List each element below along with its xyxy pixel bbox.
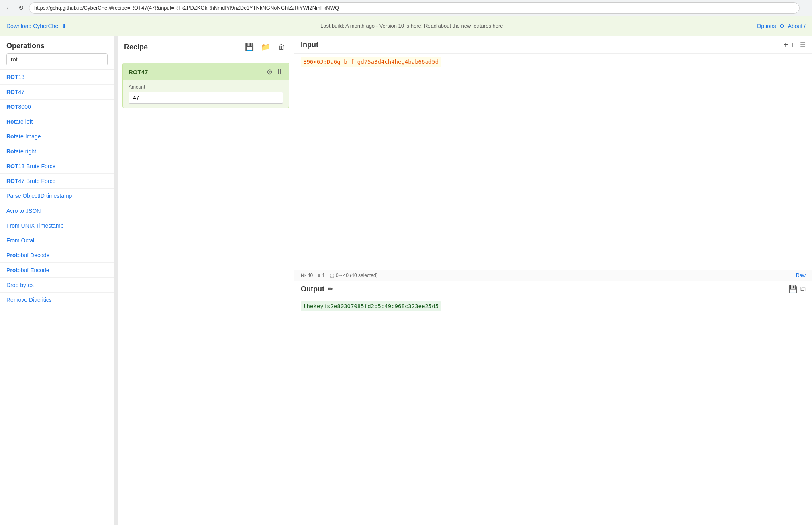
browser-menu: ⋯ — [803, 5, 808, 11]
sidebar-item-rotate-image[interactable]: Rotate Image — [0, 129, 114, 144]
input-toolbar: + ⊡ ☰ — [783, 40, 806, 49]
sidebar-item-drop-bytes[interactable]: Drop bytes — [0, 278, 114, 293]
recipe-card-actions: ⊘ ⏸ — [267, 67, 283, 76]
input-section: Input + ⊡ ☰ E96<6J:Da6g_b_f_gd75a3d4ch4h… — [294, 36, 812, 281]
sidebar: Operations ROT13ROT47ROT8000Rotate leftR… — [0, 36, 114, 525]
recipe-header: Recipe 💾 📁 🗑 — [118, 36, 294, 58]
amount-input[interactable] — [129, 92, 283, 104]
sidebar-item-rot47-brute-force[interactable]: ROT47 Brute Force — [0, 174, 114, 189]
download-label: Download CyberChef — [6, 23, 60, 29]
output-section: Output ✏ 💾 ⧉ thekeyis2e80307085fd2b5c49c… — [294, 281, 812, 525]
banner-right: Options ⚙ About / — [757, 23, 806, 29]
sidebar-item-rotate-right[interactable]: Rotate right — [0, 144, 114, 159]
sidebar-item-rot13-brute-force[interactable]: ROT13 Brute Force — [0, 159, 114, 174]
sidebar-item-protobuf-decode[interactable]: Protobuf Decode — [0, 248, 114, 263]
pause-step-button[interactable]: ⏸ — [276, 68, 283, 76]
about-label[interactable]: About / — [788, 23, 806, 29]
recipe-panel: Recipe 💾 📁 🗑 ROT47 ⊘ ⏸ Amount — [118, 36, 294, 525]
sidebar-item-remove-diacritics[interactable]: Remove Diacritics — [0, 293, 114, 307]
sidebar-item-rot47[interactable]: ROT47 — [0, 85, 114, 100]
main-layout: Operations ROT13ROT47ROT8000Rotate leftR… — [0, 36, 812, 525]
selection-icon: ⬚ — [330, 273, 334, 278]
recipe-title: Recipe — [124, 43, 239, 51]
options-label[interactable]: Options — [757, 23, 776, 29]
add-input-button[interactable]: + — [783, 40, 788, 49]
back-button[interactable]: ← — [4, 3, 14, 13]
sidebar-item-avro-to-json[interactable]: Avro to JSON — [0, 203, 114, 218]
disable-step-button[interactable]: ⊘ — [267, 67, 273, 76]
download-link[interactable]: Download CyberChef ⬇ — [6, 23, 67, 29]
recipe-card-title: ROT47 — [129, 69, 267, 75]
save-output-button[interactable]: 💾 — [788, 285, 797, 294]
char-count-value: 40 — [308, 273, 313, 278]
recipe-card-rot47: ROT47 ⊘ ⏸ Amount — [122, 63, 289, 108]
reload-button[interactable]: ↻ — [16, 3, 26, 13]
load-recipe-button[interactable]: 📁 — [259, 41, 271, 53]
sidebar-item-parse-objectid-timestamp[interactable]: Parse ObjectID timestamp — [0, 189, 114, 203]
copy-output-button[interactable]: ⧉ — [800, 285, 806, 293]
selection-value: 0→40 (40 selected) — [336, 273, 378, 278]
output-content: thekeyis2e80307085fd2b5c49c968c323ee25d5 — [294, 298, 812, 525]
amount-label: Amount — [129, 84, 283, 90]
sidebar-item-rotate-left[interactable]: Rotate left — [0, 114, 114, 129]
sidebar-list: ROT13ROT47ROT8000Rotate leftRotate Image… — [0, 70, 114, 525]
sidebar-item-protobuf-encode[interactable]: Protobuf Encode — [0, 263, 114, 278]
browser-chrome: ← ↻ ⋯ — [0, 0, 812, 16]
maximize-input-button[interactable]: ☰ — [800, 41, 806, 49]
raw-label[interactable]: Raw — [796, 273, 806, 278]
line-count-value: 1 — [322, 273, 325, 278]
line-icon: ≡ — [318, 273, 320, 278]
sidebar-header: Operations — [0, 36, 114, 70]
input-header: Input + ⊡ ☰ — [294, 36, 812, 54]
browser-actions: ⋯ — [803, 5, 808, 11]
browser-nav: ← ↻ — [4, 3, 26, 13]
sidebar-title: Operations — [6, 42, 108, 50]
download-icon: ⬇ — [62, 23, 67, 29]
line-count: ≡ 1 — [318, 273, 325, 278]
input-title: Input — [301, 41, 783, 49]
input-value: E96<6J:Da6g_b_f_gd75a3d4ch4heg4bab66ad5d — [301, 57, 441, 67]
output-toolbar: 💾 ⧉ — [788, 285, 806, 294]
window-input-button[interactable]: ⊡ — [792, 41, 797, 49]
recipe-card-body: Amount — [123, 80, 289, 108]
search-input[interactable] — [6, 53, 108, 65]
options-icon[interactable]: ⚙ — [779, 23, 785, 29]
char-count: № 40 — [301, 273, 313, 278]
recipe-content: ROT47 ⊘ ⏸ Amount — [118, 58, 294, 525]
sidebar-item-from-octal[interactable]: From Octal — [0, 233, 114, 248]
char-count-label: № — [301, 273, 306, 278]
app-banner: Download CyberChef ⬇ Last build: A month… — [0, 16, 812, 36]
selection-info: ⬚ 0→40 (40 selected) — [330, 273, 378, 278]
sidebar-item-rot13[interactable]: ROT13 — [0, 70, 114, 85]
magic-wand-button[interactable]: ✏ — [328, 285, 333, 293]
input-status-bar: № 40 ≡ 1 ⬚ 0→40 (40 selected) Raw — [294, 270, 812, 281]
banner-notice: Last build: A month ago - Version 10 is … — [67, 23, 757, 29]
output-value: thekeyis2e80307085fd2b5c49c968c323ee25d5 — [301, 301, 441, 311]
sidebar-divider[interactable] — [114, 36, 118, 525]
output-header: Output ✏ 💾 ⧉ — [294, 281, 812, 298]
clear-recipe-button[interactable]: 🗑 — [275, 41, 288, 53]
right-panel: Input + ⊡ ☰ E96<6J:Da6g_b_f_gd75a3d4ch4h… — [294, 36, 812, 525]
input-content: E96<6J:Da6g_b_f_gd75a3d4ch4heg4bab66ad5d — [294, 54, 812, 270]
output-title: Output ✏ — [301, 285, 788, 293]
save-recipe-button[interactable]: 💾 — [243, 41, 255, 53]
address-bar[interactable] — [29, 2, 800, 14]
sidebar-item-from-unix-timestamp[interactable]: From UNIX Timestamp — [0, 218, 114, 233]
sidebar-item-rot8000[interactable]: ROT8000 — [0, 100, 114, 114]
recipe-card-header: ROT47 ⊘ ⏸ — [123, 63, 289, 80]
